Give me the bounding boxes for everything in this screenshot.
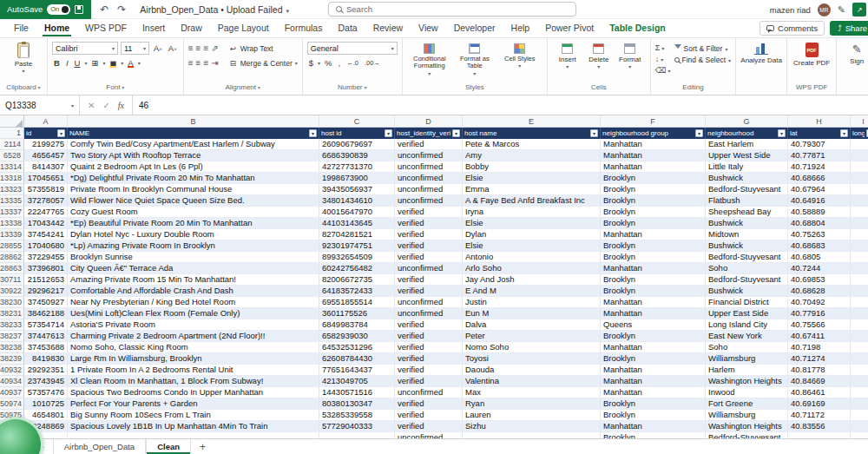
- row-header[interactable]: 38230: [0, 297, 24, 308]
- cell[interactable]: [851, 365, 868, 376]
- cell[interactable]: 4213049705: [319, 376, 395, 387]
- ribbon-tab-page-layout[interactable]: Page Layout: [211, 20, 276, 36]
- share-button[interactable]: ⤴ Share: [830, 21, 868, 36]
- table-column-header-name[interactable]: NAME▾: [68, 128, 319, 139]
- cell[interactable]: 40.69853: [788, 274, 851, 286]
- row-header[interactable]: 28855: [0, 240, 24, 252]
- row-header[interactable]: 50974: [0, 398, 24, 410]
- cell[interactable]: [851, 286, 868, 297]
- cell[interactable]: 37278057: [24, 195, 68, 207]
- cell[interactable]: Brooklyn: [601, 240, 706, 252]
- cell[interactable]: Brooklyn: [601, 410, 706, 421]
- cell[interactable]: Brooklyn: [601, 353, 706, 365]
- comments-button[interactable]: Comments: [760, 21, 825, 36]
- clear-button[interactable]: ⌫▾: [655, 65, 671, 76]
- row-header[interactable]: 38238: [0, 342, 24, 353]
- cell[interactable]: Bushwick: [706, 240, 788, 252]
- cell[interactable]: 14430571516: [319, 387, 395, 398]
- cell[interactable]: 77651643437: [319, 365, 395, 376]
- row-header[interactable]: 40932: [0, 365, 24, 376]
- redo-icon[interactable]: ↷: [117, 3, 126, 16]
- cell[interactable]: verified: [395, 319, 463, 331]
- cell[interactable]: verified: [395, 207, 463, 218]
- cell[interactable]: Elsie: [463, 218, 601, 229]
- cell[interactable]: Long Island City: [706, 319, 788, 331]
- cell[interactable]: [851, 398, 868, 410]
- sheet-tab-clean[interactable]: Clean: [146, 439, 191, 454]
- cell[interactable]: Bushwick: [706, 218, 788, 229]
- cell[interactable]: Brooklyn: [601, 218, 706, 229]
- cell[interactable]: Ues(Mini Loft)Clean Flex Room (Female On…: [68, 308, 319, 319]
- cell[interactable]: 82006672735: [319, 274, 395, 286]
- cell[interactable]: 40.71924: [788, 161, 851, 173]
- cell[interactable]: Manhattan: [601, 297, 706, 308]
- cell[interactable]: Dylan: [463, 229, 601, 240]
- cell[interactable]: 37396801: [24, 263, 68, 274]
- cell[interactable]: Brooklyn: [601, 184, 706, 195]
- cell[interactable]: 40.81778: [788, 365, 851, 376]
- cell[interactable]: Williamsburg: [706, 410, 788, 421]
- row-header[interactable]: 38231: [0, 308, 24, 319]
- cell[interactable]: Private Room In Brooklyn Communal House: [68, 184, 319, 195]
- cell[interactable]: Comfy Twin Bed/Cosy Apartment/East Harle…: [68, 139, 319, 150]
- table-column-header-host-id[interactable]: host id▾: [319, 128, 395, 139]
- cell[interactable]: 17045651: [24, 173, 68, 184]
- align-center-icon[interactable]: ≡: [196, 58, 201, 68]
- insert-cells-button[interactable]: Insert▾: [552, 41, 583, 69]
- cell[interactable]: 57729040333: [319, 421, 395, 432]
- cell[interactable]: 40.71274: [788, 353, 851, 365]
- comma-button[interactable]: ,: [337, 58, 343, 68]
- cell[interactable]: Manhattan: [601, 387, 706, 398]
- cell[interactable]: 40.68804: [788, 218, 851, 229]
- cell[interactable]: [68, 432, 319, 438]
- filter-button[interactable]: ▾: [590, 129, 598, 137]
- wrap-text-button[interactable]: Wrap Text: [240, 44, 273, 53]
- row-header[interactable]: 38233: [0, 319, 24, 331]
- cell[interactable]: [851, 308, 868, 319]
- document-title[interactable]: Airbnb_Open_Data • Upload Failed▾: [140, 4, 289, 15]
- cell[interactable]: 40.7198: [788, 342, 851, 353]
- cell[interactable]: verified: [395, 252, 463, 263]
- cell[interactable]: Daouda: [463, 365, 601, 376]
- cell[interactable]: verified: [395, 286, 463, 297]
- row-header[interactable]: 6528: [0, 150, 24, 161]
- ribbon-tab-help[interactable]: Help: [504, 20, 537, 36]
- cell[interactable]: 40.71172: [788, 410, 851, 421]
- row-header[interactable]: 2114: [0, 139, 24, 150]
- cell[interactable]: Brooklyn: [601, 331, 706, 342]
- cell[interactable]: Bobby: [463, 161, 601, 173]
- cell[interactable]: 40.58889: [788, 207, 851, 218]
- cell[interactable]: [851, 410, 868, 421]
- cell[interactable]: 40.6805: [788, 252, 851, 263]
- row-header[interactable]: 13337: [0, 207, 24, 218]
- cell[interactable]: [851, 353, 868, 365]
- shrink-font-button[interactable]: A˅: [167, 43, 179, 53]
- ribbon-tab-review[interactable]: Review: [366, 20, 410, 36]
- search-input[interactable]: Search: [328, 2, 576, 16]
- cell[interactable]: 40.7244: [788, 263, 851, 274]
- cell[interactable]: 80380130347: [319, 398, 395, 410]
- cell[interactable]: verified: [395, 398, 463, 410]
- currency-button[interactable]: $: [307, 58, 315, 68]
- cell[interactable]: verified: [395, 365, 463, 376]
- select-all-corner[interactable]: [0, 115, 24, 128]
- cell[interactable]: verified: [395, 218, 463, 229]
- add-sheet-button[interactable]: +: [191, 439, 214, 454]
- cell[interactable]: Eun M: [463, 308, 601, 319]
- cell[interactable]: Brooklyn: [601, 195, 706, 207]
- cell[interactable]: [851, 150, 868, 161]
- cell[interactable]: [851, 319, 868, 331]
- grow-font-button[interactable]: A˄: [152, 43, 164, 53]
- cell[interactable]: [851, 342, 868, 353]
- cell[interactable]: 21512653: [24, 274, 68, 286]
- cell[interactable]: Soho: [706, 263, 788, 274]
- cell[interactable]: Two Story Apt With Rooftop Terrace: [68, 150, 319, 161]
- cell[interactable]: Valentina: [463, 376, 601, 387]
- cell[interactable]: 29292351: [24, 365, 68, 376]
- cell[interactable]: 37454241: [24, 229, 68, 240]
- name-box[interactable]: Q13338 ▾: [0, 95, 80, 115]
- cell[interactable]: [851, 184, 868, 195]
- cell[interactable]: Antonio: [463, 252, 601, 263]
- cell[interactable]: unconfirmed: [395, 184, 463, 195]
- filter-button[interactable]: ▾: [840, 129, 848, 137]
